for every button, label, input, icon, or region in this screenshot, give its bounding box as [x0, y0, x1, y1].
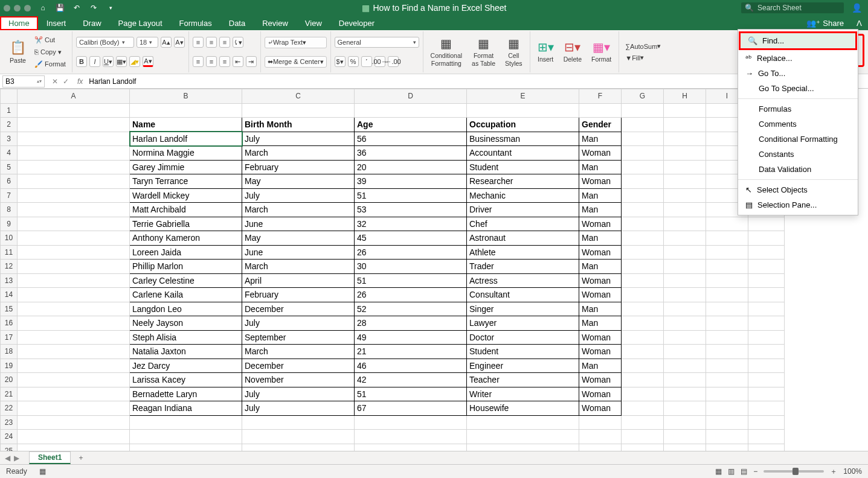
percent-button[interactable]: %: [348, 56, 359, 67]
cell-D6[interactable]: 39: [355, 174, 467, 189]
cell-C6[interactable]: May: [242, 174, 355, 189]
cell-A18[interactable]: [18, 345, 130, 359]
cell-A22[interactable]: [18, 401, 130, 416]
cell-D13[interactable]: 51: [355, 273, 467, 288]
cell-G2[interactable]: [622, 118, 664, 132]
cell-A23[interactable]: [18, 415, 130, 430]
row-header[interactable]: 19: [1, 358, 18, 373]
cell-H2[interactable]: [664, 118, 706, 132]
cell-E5[interactable]: Student: [467, 160, 579, 174]
bold-button[interactable]: B: [76, 56, 87, 67]
cell-D19[interactable]: 46: [355, 358, 467, 373]
cell-D25[interactable]: [355, 444, 467, 451]
cell-B14[interactable]: Carlene Kaila: [130, 288, 242, 302]
cell-I10[interactable]: [706, 231, 748, 246]
cell-B3[interactable]: Harlan Landolf: [130, 132, 242, 146]
cell-E11[interactable]: Athlete: [467, 245, 579, 260]
cancel-icon[interactable]: ✕: [52, 77, 58, 86]
cell-G14[interactable]: [622, 288, 664, 302]
cell-H24[interactable]: [664, 430, 706, 444]
col-header[interactable]: F: [579, 89, 622, 104]
cell-I23[interactable]: [706, 415, 748, 430]
cell-C9[interactable]: June: [242, 217, 355, 231]
cell-J9[interactable]: [748, 217, 785, 231]
cell-D23[interactable]: [355, 415, 467, 430]
col-header[interactable]: E: [467, 89, 579, 104]
cell-C8[interactable]: March: [242, 203, 355, 217]
cell-J25[interactable]: [748, 444, 785, 451]
sheet-nav-left-icon[interactable]: ◀: [5, 454, 10, 462]
cell-B7[interactable]: Wardell Mickey: [130, 188, 242, 203]
cell-E22[interactable]: Housewife: [467, 401, 579, 416]
grow-font-icon[interactable]: A▴: [161, 37, 172, 48]
currency-button[interactable]: $▾: [335, 56, 346, 67]
cell-J16[interactable]: [748, 316, 785, 331]
indent-left-icon[interactable]: ⇤: [233, 56, 243, 67]
cell-F16[interactable]: Man: [579, 316, 622, 331]
align-middle-icon[interactable]: ≡: [206, 37, 217, 48]
cell-E13[interactable]: Actress: [467, 273, 579, 288]
cell-H18[interactable]: [664, 345, 706, 359]
cell-F10[interactable]: Man: [579, 231, 622, 246]
cell-G9[interactable]: [622, 217, 664, 231]
cell-F20[interactable]: Woman: [579, 373, 622, 387]
cell-A9[interactable]: [18, 217, 130, 231]
cell-I19[interactable]: [706, 358, 748, 373]
confirm-icon[interactable]: ✓: [63, 77, 69, 86]
row-header[interactable]: 10: [1, 231, 18, 246]
cell-I24[interactable]: [706, 430, 748, 444]
cell-I13[interactable]: [706, 273, 748, 288]
cell-I11[interactable]: [706, 245, 748, 260]
cell-C3[interactable]: July: [242, 132, 355, 146]
cell-C12[interactable]: March: [242, 260, 355, 274]
tab-pagelayout[interactable]: Page Layout: [110, 16, 171, 30]
row-header[interactable]: 24: [1, 430, 18, 444]
cell-E14[interactable]: Consultant: [467, 288, 579, 302]
cell-D8[interactable]: 53: [355, 203, 467, 217]
cell-H8[interactable]: [664, 203, 706, 217]
menu-condfmt[interactable]: Conditional Formatting: [738, 132, 858, 147]
cell-B9[interactable]: Terrie Gabriella: [130, 217, 242, 231]
cell-A16[interactable]: [18, 316, 130, 331]
row-header[interactable]: 21: [1, 387, 18, 401]
cell-G11[interactable]: [622, 245, 664, 260]
cell-H1[interactable]: [664, 103, 706, 118]
underline-button[interactable]: U▾: [103, 56, 114, 67]
cell-H4[interactable]: [664, 146, 706, 161]
cell-G17[interactable]: [622, 330, 664, 345]
cell-D15[interactable]: 52: [355, 302, 467, 316]
cell-A1[interactable]: [18, 103, 130, 118]
cell-D11[interactable]: 26: [355, 245, 467, 260]
col-header[interactable]: D: [355, 89, 467, 104]
cell-I16[interactable]: [706, 316, 748, 331]
cell-F14[interactable]: Woman: [579, 288, 622, 302]
cell-H20[interactable]: [664, 373, 706, 387]
share-button[interactable]: 👥⁺ Share: [806, 19, 844, 28]
collapse-ribbon-icon[interactable]: ᐱ: [857, 19, 862, 28]
cell-D21[interactable]: 51: [355, 387, 467, 401]
cell-B5[interactable]: Garey Jimmie: [130, 160, 242, 174]
cell-B20[interactable]: Larissa Kacey: [130, 373, 242, 387]
cell-F22[interactable]: Woman: [579, 401, 622, 416]
row-header[interactable]: 11: [1, 245, 18, 260]
zoom-out-button[interactable]: −: [753, 467, 757, 476]
cell-H23[interactable]: [664, 415, 706, 430]
cell-C16[interactable]: July: [242, 316, 355, 331]
orientation-icon[interactable]: ⤹▾: [233, 37, 243, 48]
sheet-tab[interactable]: Sheet1: [29, 451, 71, 464]
cell-F9[interactable]: Woman: [579, 217, 622, 231]
format-as-table-button[interactable]: ▦Format as Table: [468, 37, 499, 66]
cell-G7[interactable]: [622, 188, 664, 203]
cell-H17[interactable]: [664, 330, 706, 345]
cell-G12[interactable]: [622, 260, 664, 274]
cell-C10[interactable]: May: [242, 231, 355, 246]
row-header[interactable]: 2: [1, 118, 18, 132]
cell-D7[interactable]: 51: [355, 188, 467, 203]
align-left-icon[interactable]: ≡: [193, 56, 204, 67]
cell-H16[interactable]: [664, 316, 706, 331]
cell-G13[interactable]: [622, 273, 664, 288]
cell-A3[interactable]: [18, 132, 130, 146]
cell-A24[interactable]: [18, 430, 130, 444]
cell-E24[interactable]: [467, 430, 579, 444]
menu-goto[interactable]: →Go To...: [738, 66, 858, 81]
